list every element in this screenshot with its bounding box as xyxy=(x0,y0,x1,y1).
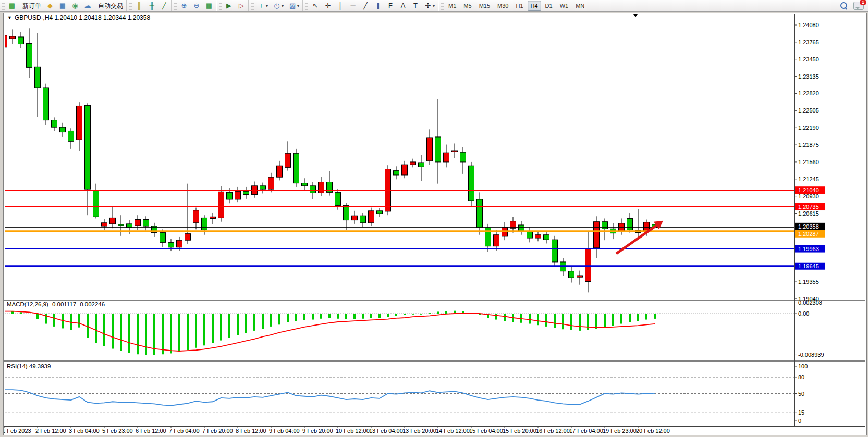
candle xyxy=(202,218,207,230)
macd-axis-label: 0.00 xyxy=(798,310,809,317)
bar-chart-icon: ║ xyxy=(136,1,143,10)
price-tick-label: 1.24080 xyxy=(798,22,819,28)
candle xyxy=(310,186,316,193)
cursor-icon: ↖ xyxy=(312,1,319,10)
chart-shift-marker[interactable] xyxy=(633,14,638,17)
templates-icon: ▨ xyxy=(289,1,296,10)
trendline-icon[interactable]: ╱ xyxy=(360,1,371,11)
price-axis[interactable]: 1.240801.237651.234501.231351.228201.225… xyxy=(794,22,825,424)
candle xyxy=(277,166,283,177)
candle xyxy=(352,216,358,220)
tf-button-M1[interactable]: M1 xyxy=(445,1,459,11)
horizontal-line-icon[interactable]: ─ xyxy=(347,1,359,11)
channel-icon[interactable]: ∥ xyxy=(372,1,384,11)
candle xyxy=(68,131,74,141)
candle xyxy=(193,210,199,223)
trade-levels-icon[interactable]: ◆ xyxy=(44,1,56,11)
toolbar: ▤新订单◆▦◉☁自动交易║╫╱⊕⊖▦▶▷＋▾◷▾▨▾↖✛│─╱∥FAT✣▾M1M… xyxy=(0,0,868,12)
tf-button-H1[interactable]: H1 xyxy=(512,1,526,11)
zoom-in-icon[interactable]: ⊕ xyxy=(178,1,190,11)
signals-icon[interactable]: ◉ xyxy=(69,1,81,11)
scroll-group: ▶▷ xyxy=(216,0,249,11)
time-tick-label: 20 Feb 12:00 xyxy=(636,428,670,434)
chart-shift-icon[interactable]: ▷ xyxy=(236,1,247,11)
time-tick-label: 1 Feb 2023 xyxy=(4,428,31,434)
rsi-axis-label: 100 xyxy=(798,363,808,369)
tf-button-M5[interactable]: M5 xyxy=(460,1,474,11)
time-tick-label: 8 Feb 12:00 xyxy=(236,428,266,434)
indicators-icon[interactable]: ＋▾ xyxy=(255,1,270,11)
price-tag-label: 1.19963 xyxy=(798,246,819,252)
text-icon[interactable]: A xyxy=(397,1,409,11)
candle xyxy=(143,220,149,227)
cursor-icon[interactable]: ↖ xyxy=(310,1,321,11)
tf-button-M15[interactable]: M15 xyxy=(476,1,493,11)
autotrading-cloud-icon[interactable]: ☁ xyxy=(82,1,93,11)
time-tick-label: 6 Feb 12:00 xyxy=(136,428,166,434)
tf-button-H4[interactable]: H4 xyxy=(528,1,541,11)
candle xyxy=(494,235,499,246)
candle xyxy=(52,120,57,128)
periods-icon: ◷ xyxy=(273,1,280,10)
symbol-ohlc-text: GBPUSD-,H4 1.20410 1.20418 1.20344 1.203… xyxy=(15,14,150,21)
candle xyxy=(585,249,591,282)
vertical-line-icon[interactable]: │ xyxy=(335,1,346,11)
candle xyxy=(327,182,333,193)
candle xyxy=(85,105,91,189)
macd-axis-label: 0.002308 xyxy=(798,299,822,306)
new-order-button[interactable]: 新订单 xyxy=(19,1,43,11)
candle xyxy=(302,183,308,186)
tile-windows-icon[interactable]: ▦ xyxy=(203,1,215,11)
candle xyxy=(118,224,124,226)
arrows-icon[interactable]: ✣▾ xyxy=(422,1,437,11)
indicators-icon: ＋ xyxy=(258,1,265,10)
signals-icon: ◉ xyxy=(71,1,79,10)
chevron-down-icon[interactable]: ▼ xyxy=(7,15,12,20)
line-chart-icon[interactable]: ╱ xyxy=(158,1,170,11)
group-grip xyxy=(305,2,308,10)
crosshair-icon[interactable]: ✛ xyxy=(322,1,334,11)
candle xyxy=(227,192,233,199)
tf-button-D1[interactable]: D1 xyxy=(542,1,556,11)
time-tick-label: 7 Feb 04:00 xyxy=(169,428,200,434)
search-icon[interactable] xyxy=(840,2,848,10)
price-tick-label: 1.20930 xyxy=(798,193,819,199)
tf-button-M30[interactable]: M30 xyxy=(494,1,511,11)
arrows-icon: ✣ xyxy=(424,1,432,10)
chat-icon[interactable]: 1 xyxy=(853,2,864,10)
new-order-button-label: 新订单 xyxy=(22,2,41,10)
price-tick-label: 1.21245 xyxy=(798,176,819,182)
tf-button-W1[interactable]: W1 xyxy=(557,1,572,11)
candle xyxy=(235,191,241,199)
text-label-icon[interactable]: T xyxy=(410,1,421,11)
horizontal-lines-layer xyxy=(5,190,794,266)
templates-icon[interactable]: ▨▾ xyxy=(287,1,301,11)
tf-button-MN[interactable]: MN xyxy=(572,1,588,11)
candlestick-chart-icon[interactable]: ╫ xyxy=(146,1,157,11)
auto-scroll-icon: ▶ xyxy=(225,1,233,10)
chevron-down-icon: ▾ xyxy=(282,4,284,8)
bar-chart-icon[interactable]: ║ xyxy=(133,1,145,11)
time-tick-label: 15 Feb 04:00 xyxy=(469,428,503,434)
candle xyxy=(627,218,633,230)
group-grip xyxy=(2,2,5,10)
market-watch-icon[interactable]: ▦ xyxy=(57,1,68,11)
zoom-out-icon[interactable]: ⊖ xyxy=(191,1,202,11)
candle xyxy=(18,37,24,44)
candle xyxy=(260,186,266,189)
price-tick-label: 1.23135 xyxy=(798,73,819,80)
auto-trading-button[interactable]: 自动交易 xyxy=(94,1,125,11)
market-watch-icon: ▦ xyxy=(59,1,66,10)
candle xyxy=(535,235,541,238)
price-tick-label: 1.23765 xyxy=(798,39,819,45)
time-axis[interactable]: 1 Feb 20232 Feb 12:003 Feb 04:005 Feb 23… xyxy=(4,426,670,434)
periods-icon[interactable]: ◷▾ xyxy=(271,1,286,11)
candle xyxy=(469,166,474,201)
new-order-chart-icon[interactable]: ▤ xyxy=(6,1,18,11)
candle xyxy=(527,231,533,238)
candle xyxy=(594,222,600,248)
fibonacci-icon[interactable]: F xyxy=(385,1,396,11)
pane-frame xyxy=(4,14,865,427)
text-label-icon: T xyxy=(412,1,419,10)
auto-scroll-icon[interactable]: ▶ xyxy=(223,1,235,11)
